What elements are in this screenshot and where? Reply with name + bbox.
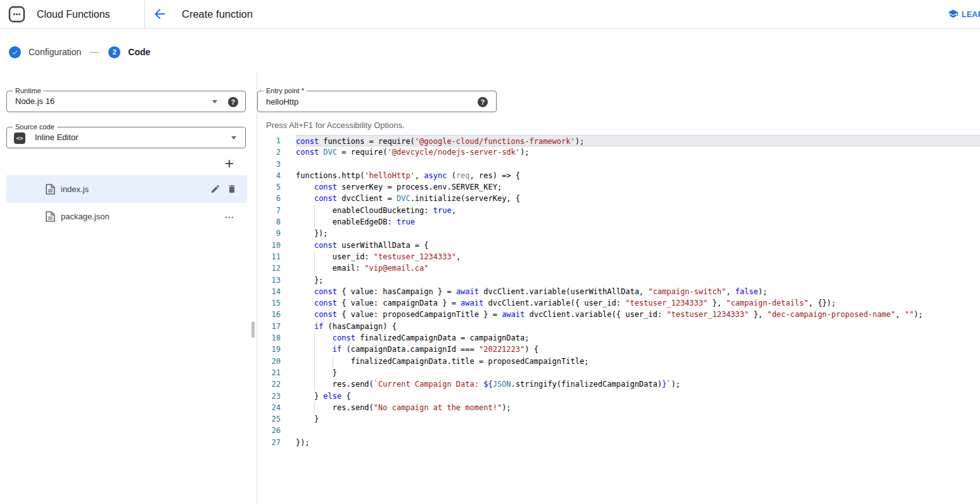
- code-line[interactable]: 24 res.send("No campaign at the moment!"…: [257, 402, 980, 413]
- code-line[interactable]: 3: [257, 158, 980, 170]
- code-line[interactable]: 17 if (hasCampaign) {: [257, 321, 980, 332]
- code-token: (hasCampaign) {: [323, 322, 397, 331]
- code-token: , res) => {: [470, 171, 520, 180]
- code-line[interactable]: 21 }: [257, 367, 980, 378]
- line-content[interactable]: [296, 158, 980, 170]
- code-line[interactable]: 6 const dvcClient = DVC.initialize(serve…: [257, 193, 980, 204]
- line-content[interactable]: const finalizedCampaignData = campaignDa…: [296, 332, 980, 344]
- code-line[interactable]: 20 finalizedCampaignData.title = propose…: [257, 356, 980, 367]
- code-token: { value: campaignData } =: [337, 299, 461, 307]
- code-token: [296, 183, 314, 191]
- line-content[interactable]: const dvcClient = DVC.initialize(serverK…: [296, 193, 980, 204]
- code-line[interactable]: 19 if (campaignData.campaignId === "2022…: [257, 344, 980, 355]
- line-content[interactable]: }: [296, 367, 980, 378]
- code-line[interactable]: 7 enableCloudBucketing: true,: [257, 205, 980, 216]
- runtime-help-icon[interactable]: ?: [228, 97, 238, 107]
- code-line[interactable]: 11 user_id: "testuser_1234333",: [257, 251, 980, 262]
- code-line[interactable]: 9 });: [257, 228, 980, 239]
- edit-pencil-icon[interactable]: [210, 184, 220, 194]
- line-content[interactable]: enableEdgeDB: true: [296, 216, 980, 228]
- code-line[interactable]: 12 email: "vip@email.ca": [257, 262, 980, 274]
- line-content[interactable]: enableCloudBucketing: true,: [296, 205, 980, 216]
- step-2-badge: 2: [108, 46, 120, 58]
- code-line[interactable]: 13 };: [257, 275, 980, 286]
- code-editor[interactable]: 1const functions = require('@google-clou…: [257, 135, 980, 448]
- code-token: ) {: [525, 345, 538, 354]
- code-token: },: [708, 299, 726, 307]
- delete-trash-icon[interactable]: [227, 184, 237, 194]
- line-content[interactable]: });: [296, 437, 980, 448]
- line-content[interactable]: const userWithAllData = {: [296, 240, 980, 251]
- line-content[interactable]: const { value: hasCampaign } = await dvc…: [296, 286, 980, 297]
- line-content[interactable]: }: [296, 413, 980, 425]
- learn-label: LEARN: [962, 10, 980, 19]
- code-token: [296, 310, 314, 319]
- line-content[interactable]: };: [296, 275, 980, 286]
- line-content[interactable]: const functions = require('@google-cloud…: [296, 135, 980, 146]
- back-button[interactable]: [152, 6, 167, 22]
- step-code[interactable]: 2 Code: [108, 46, 150, 58]
- line-content[interactable]: const { value: proposedCampaignTitle } =…: [296, 309, 980, 320]
- code-line[interactable]: 22 res.send(`Current Campaign Data: ${JS…: [257, 378, 980, 390]
- product-name[interactable]: Cloud Functions: [37, 0, 110, 29]
- line-content[interactable]: res.send(`Current Campaign Data: ${JSON.…: [296, 378, 980, 390]
- code-line[interactable]: 27});: [257, 437, 980, 448]
- add-file-button[interactable]: +: [221, 155, 238, 172]
- source-code-select[interactable]: Source code <> Inline Editor: [6, 127, 246, 148]
- line-content[interactable]: if (campaignData.campaignId === "2022122…: [296, 344, 980, 355]
- line-content[interactable]: const DVC = require('@devcycle/nodejs-se…: [296, 146, 980, 158]
- line-content[interactable]: finalizedCampaignData.title = proposedCa…: [296, 356, 980, 367]
- line-number: 1: [257, 135, 281, 146]
- line-content[interactable]: [296, 425, 980, 436]
- entry-point-help-icon[interactable]: ?: [478, 97, 488, 107]
- code-line[interactable]: 8 enableEdgeDB: true: [257, 216, 980, 228]
- code-token: req: [456, 171, 470, 180]
- entry-point-field[interactable]: Entry point * ?: [257, 91, 497, 112]
- learn-link[interactable]: LEARN: [948, 8, 980, 21]
- code-token: ,: [452, 206, 456, 215]
- code-token: "dec-campaign-proposed-name": [767, 310, 895, 319]
- line-number: 19: [257, 344, 281, 355]
- code-line[interactable]: 18 const finalizedCampaignData = campaig…: [257, 332, 980, 344]
- header-divider: [144, 0, 145, 29]
- code-line[interactable]: 16 const { value: proposedCampaignTitle …: [257, 309, 980, 320]
- more-options-button[interactable]: ...: [225, 210, 234, 220]
- line-content[interactable]: user_id: "testuser_1234333",: [296, 251, 980, 262]
- code-token: );: [758, 287, 767, 296]
- line-content[interactable]: res.send("No campaign at the moment!");: [296, 402, 980, 413]
- code-line[interactable]: 23 } else {: [257, 391, 980, 402]
- line-content[interactable]: const serverKey = process.env.SERVER_KEY…: [296, 181, 980, 193]
- indent-guide: [314, 344, 315, 355]
- code-token: await: [461, 299, 483, 307]
- code-line[interactable]: 26: [257, 425, 980, 436]
- file-row-package-json[interactable]: package.json ...: [6, 203, 247, 229]
- line-number: 24: [257, 402, 281, 413]
- line-content[interactable]: if (hasCampaign) {: [296, 321, 980, 332]
- line-content[interactable]: });: [296, 228, 980, 239]
- code-line[interactable]: 2const DVC = require('@devcycle/nodejs-s…: [257, 146, 980, 158]
- chevron-down-icon: [231, 136, 236, 139]
- code-token: async: [424, 171, 447, 180]
- entry-point-input[interactable]: [266, 92, 443, 111]
- runtime-select[interactable]: Runtime Node.js 16 ?: [6, 91, 246, 112]
- panel-resize-handle[interactable]: [251, 321, 255, 338]
- code-token: await: [456, 287, 479, 296]
- line-content[interactable]: const { value: campaignData } = await dv…: [296, 297, 980, 309]
- step-code-label: Code: [128, 47, 150, 57]
- code-token: user_id:: [296, 252, 374, 261]
- step-configuration[interactable]: Configuration: [9, 46, 81, 58]
- file-icon: [46, 211, 56, 221]
- code-line[interactable]: 25 }: [257, 413, 980, 425]
- line-content[interactable]: email: "vip@email.ca": [296, 262, 980, 274]
- code-token: { value: proposedCampaignTitle } =: [337, 310, 502, 319]
- code-line[interactable]: 10 const userWithAllData = {: [257, 240, 980, 251]
- file-row-index-js[interactable]: index.js: [6, 175, 247, 203]
- line-content[interactable]: } else {: [296, 391, 980, 402]
- code-line[interactable]: 14 const { value: hasCampaign } = await …: [257, 286, 980, 297]
- code-line[interactable]: 15 const { value: campaignData } = await…: [257, 297, 980, 309]
- line-number: 2: [257, 146, 281, 158]
- line-content[interactable]: functions.http('helloHttp', async (req, …: [296, 170, 980, 181]
- code-line[interactable]: 1const functions = require('@google-clou…: [257, 135, 980, 146]
- code-line[interactable]: 5 const serverKey = process.env.SERVER_K…: [257, 181, 980, 193]
- code-line[interactable]: 4functions.http('helloHttp', async (req,…: [257, 170, 980, 181]
